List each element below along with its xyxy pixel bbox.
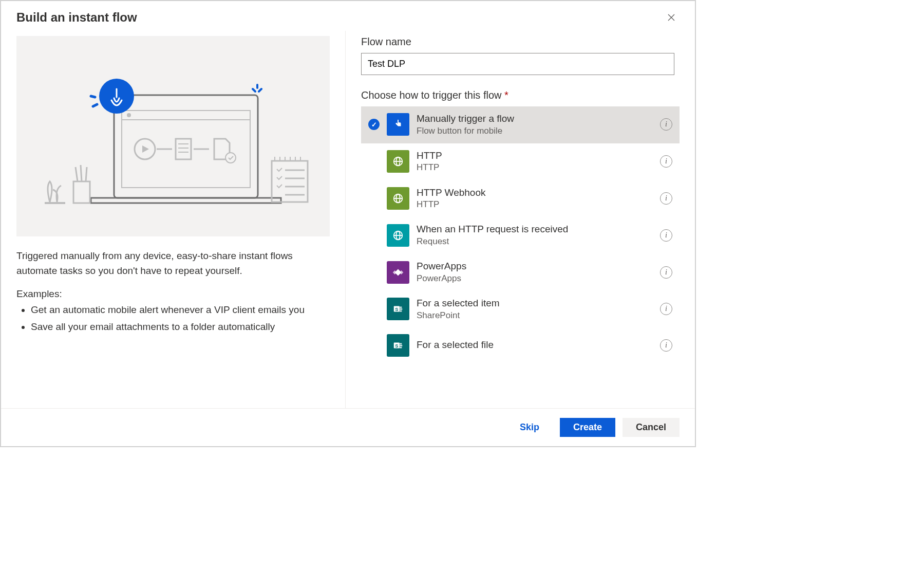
trigger-title: For a selected file: [417, 339, 653, 352]
globe-icon: [387, 150, 409, 173]
trigger-title: Manually trigger a flow: [417, 113, 653, 125]
info-icon[interactable]: i: [660, 118, 672, 131]
svg-line-17: [253, 89, 255, 91]
cancel-button[interactable]: Cancel: [623, 418, 680, 437]
example-item: Get an automatic mobile alert whenever a…: [31, 303, 330, 318]
tap-icon: [387, 113, 409, 136]
info-icon[interactable]: i: [660, 266, 672, 279]
svg-point-13: [225, 153, 236, 163]
svg-rect-32: [73, 181, 90, 203]
trigger-title: PowerApps: [417, 260, 653, 273]
trigger-item[interactable]: PowerAppsPowerAppsi: [361, 254, 680, 291]
svg-point-3: [127, 113, 131, 117]
trigger-item[interactable]: ✓Manually trigger a flowFlow button for …: [361, 106, 680, 143]
trigger-title: For a selected item: [417, 297, 653, 310]
trigger-list: ✓Manually trigger a flowFlow button for …: [361, 106, 695, 363]
trigger-title: When an HTTP request is received: [417, 223, 653, 236]
trigger-subtitle: Request: [417, 236, 653, 247]
examples-label: Examples:: [16, 288, 330, 300]
close-button[interactable]: [663, 9, 680, 26]
trigger-item[interactable]: HTTP WebhookHTTPi: [361, 180, 680, 217]
trigger-item[interactable]: SFor a selected filei: [361, 328, 680, 363]
svg-rect-8: [176, 139, 191, 159]
svg-line-34: [81, 165, 82, 181]
dialog-title: Build an instant flow: [16, 10, 137, 25]
example-item: Save all your email attachments to a fol…: [31, 320, 330, 335]
sp-icon: S: [387, 334, 409, 357]
trigger-title: HTTP Webhook: [417, 187, 653, 199]
examples-list: Get an automatic mobile alert whenever a…: [16, 303, 330, 334]
globe-icon: [387, 187, 409, 210]
svg-line-15: [91, 96, 95, 97]
info-icon[interactable]: i: [660, 155, 672, 168]
close-icon: [667, 13, 675, 22]
skip-button[interactable]: Skip: [506, 418, 553, 437]
sp-icon: S: [387, 298, 409, 320]
globe-icon: [387, 224, 409, 247]
trigger-section-label: Choose how to trigger this flow: [361, 89, 501, 101]
required-asterisk: *: [504, 89, 508, 101]
trigger-subtitle: HTTP: [417, 199, 653, 210]
svg-text:S: S: [395, 307, 398, 312]
svg-rect-1: [122, 111, 250, 188]
trigger-item[interactable]: SFor a selected itemSharePointi: [361, 291, 680, 328]
trigger-title: HTTP: [417, 150, 653, 162]
illustration: [16, 36, 330, 236]
flow-name-label: Flow name: [361, 36, 695, 48]
trigger-item[interactable]: HTTPHTTPi: [361, 143, 680, 180]
svg-line-33: [76, 167, 78, 181]
svg-rect-31: [45, 202, 65, 204]
svg-marker-6: [142, 145, 149, 153]
trigger-subtitle: SharePoint: [417, 310, 653, 321]
diamond-icon: [387, 261, 409, 284]
trigger-subtitle: HTTP: [417, 162, 653, 173]
info-icon[interactable]: i: [660, 303, 672, 315]
svg-line-35: [86, 167, 87, 181]
info-icon[interactable]: i: [660, 339, 672, 352]
dialog-footer: Skip Create Cancel: [1, 408, 695, 446]
trigger-subtitle: PowerApps: [417, 273, 653, 284]
trigger-subtitle: Flow button for mobile: [417, 125, 653, 137]
svg-line-18: [259, 89, 261, 91]
create-button[interactable]: Create: [560, 418, 615, 437]
svg-text:S: S: [395, 343, 398, 348]
svg-rect-20: [272, 161, 308, 202]
svg-line-16: [93, 104, 97, 106]
trigger-item[interactable]: When an HTTP request is receivedRequesti: [361, 217, 680, 254]
description-text: Triggered manually from any device, easy…: [16, 249, 330, 278]
info-icon[interactable]: i: [660, 192, 672, 205]
flow-name-input[interactable]: [361, 53, 674, 75]
radio-selected-icon: ✓: [368, 119, 380, 130]
info-icon[interactable]: i: [660, 229, 672, 242]
svg-rect-4: [91, 198, 281, 203]
